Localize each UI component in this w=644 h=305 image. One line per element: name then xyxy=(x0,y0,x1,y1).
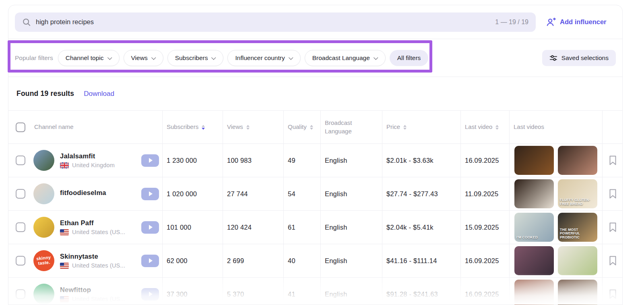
header-label: Last video xyxy=(465,123,492,131)
channel-name[interactable]: Ethan Paff xyxy=(60,219,136,227)
sort-icon-views[interactable] xyxy=(246,125,250,130)
video-thumb[interactable] xyxy=(514,280,554,305)
sliders-icon xyxy=(549,54,557,62)
all-filters-button[interactable]: All filters xyxy=(390,50,429,66)
video-thumb[interactable] xyxy=(558,146,597,175)
video-thumb[interactable] xyxy=(514,146,554,175)
avatar xyxy=(33,217,54,238)
us-flag-icon xyxy=(60,296,69,302)
channel-cell[interactable]: Newfittop United States (US... xyxy=(33,278,162,305)
row-checkbox[interactable] xyxy=(16,189,25,199)
search-row: 1 — 19 / 19 Add influencer xyxy=(8,5,622,39)
row-checkbox[interactable] xyxy=(16,222,25,232)
price-cell: $2.04k - $5.41k xyxy=(382,211,460,244)
row-checkbox[interactable] xyxy=(16,256,25,266)
channel-cell[interactable]: skinny taste. Skinnytaste United States … xyxy=(33,244,162,277)
channel-cell[interactable]: Jalalsamfit United Kingdom xyxy=(33,144,162,177)
subscribers-cell: 62 000 xyxy=(162,244,223,277)
filter-broadcast-language[interactable]: Broadcast Language xyxy=(305,50,386,66)
header-quality[interactable]: Quality xyxy=(283,111,320,143)
youtube-play-button[interactable] xyxy=(141,188,159,200)
download-link[interactable]: Download xyxy=(84,90,114,98)
subscribers-cell: 1 020 000 xyxy=(162,177,223,210)
video-thumb[interactable] xyxy=(514,246,554,275)
subscribers-cell: 101 000 xyxy=(162,211,223,244)
sort-icon-quality[interactable] xyxy=(310,125,313,130)
video-thumb[interactable] xyxy=(558,280,597,305)
last-video-cell: 11.09.2025 xyxy=(460,177,509,210)
sort-icon-subscribers[interactable] xyxy=(202,125,205,130)
video-thumb[interactable]: The Most Powerful Probiotic xyxy=(558,213,597,242)
language-cell: English xyxy=(320,278,382,305)
views-cell: 120 424 xyxy=(223,211,283,244)
row-checkbox[interactable] xyxy=(16,156,25,165)
video-thumb[interactable]: Fluffy gluten-free bread xyxy=(558,179,597,208)
header-bookmark-cell xyxy=(602,111,623,143)
uk-flag-icon xyxy=(60,162,69,168)
header-label: Channel name xyxy=(34,123,74,131)
results-bar: Found 19 results Download xyxy=(8,77,622,110)
select-all-checkbox[interactable] xyxy=(16,122,25,132)
bookmark-icon[interactable] xyxy=(609,289,617,299)
channel-name[interactable]: fitfoodieselma xyxy=(60,189,136,197)
all-filters-label: All filters xyxy=(397,54,421,62)
filter-label: Channel topic xyxy=(66,54,104,62)
header-channel-name[interactable]: Channel name xyxy=(33,111,162,143)
youtube-play-button[interactable] xyxy=(141,221,159,234)
video-thumb[interactable] xyxy=(514,179,554,208)
header-subscribers[interactable]: Subscribers xyxy=(162,111,223,143)
last-videos-cell xyxy=(509,278,602,305)
header-views[interactable]: Views xyxy=(223,111,283,143)
country-label: United Kingdom xyxy=(72,162,115,168)
views-cell: 100 983 xyxy=(223,144,283,177)
video-thumb[interactable]: I'm cooked xyxy=(514,213,554,242)
filter-subscribers[interactable]: Subscribers xyxy=(167,50,224,66)
filter-influencer-country[interactable]: Influencer country xyxy=(227,50,300,66)
avatar xyxy=(33,183,54,204)
header-last-videos: Last videos xyxy=(509,111,602,143)
search-box[interactable]: 1 — 19 / 19 xyxy=(15,12,536,32)
last-videos-cell: Fluffy gluten-free bread xyxy=(509,177,602,210)
bookmark-icon[interactable] xyxy=(609,189,617,199)
channel-name[interactable]: Jalalsamfit xyxy=(60,152,136,160)
filter-views[interactable]: Views xyxy=(124,50,163,66)
results-summary: Found 19 results xyxy=(17,89,74,98)
header-price[interactable]: Price xyxy=(382,111,460,143)
add-influencer-button[interactable]: Add influencer xyxy=(545,18,607,27)
youtube-play-button[interactable] xyxy=(141,154,159,167)
sort-icon-last-video[interactable] xyxy=(495,125,499,130)
play-icon xyxy=(149,191,153,196)
last-video-cell: 16.09.2025 xyxy=(460,244,509,277)
row-checkbox-cell xyxy=(8,177,33,210)
language-cell: English xyxy=(320,144,382,177)
filter-channel-topic[interactable]: Channel topic xyxy=(58,50,120,66)
filter-label: Influencer country xyxy=(235,54,285,62)
channel-name[interactable]: Skinnytaste xyxy=(60,253,136,260)
bookmark-icon[interactable] xyxy=(609,222,617,232)
saved-selections-button[interactable]: Saved selections xyxy=(542,50,616,66)
filter-label: Broadcast Language xyxy=(312,54,370,62)
youtube-play-button[interactable] xyxy=(141,288,159,301)
bookmark-icon[interactable] xyxy=(609,156,617,165)
chevron-down-icon xyxy=(289,57,293,59)
channel-cell[interactable]: Ethan Paff United States (US... xyxy=(33,211,162,244)
country-row: United States (US... xyxy=(60,229,136,235)
header-broadcast-language: Broadcast Language xyxy=(320,111,369,143)
country-row: United States (US... xyxy=(60,262,136,269)
language-cell: English xyxy=(320,244,382,277)
results-card: 1 — 19 / 19 Add influencer Popular filte… xyxy=(8,5,623,305)
channel-cell[interactable]: fitfoodieselma xyxy=(33,177,162,210)
bookmark-icon[interactable] xyxy=(609,256,617,266)
avatar xyxy=(33,150,54,171)
video-thumb[interactable] xyxy=(558,246,597,275)
chevron-down-icon xyxy=(212,57,216,59)
sort-icon-price[interactable] xyxy=(403,125,407,130)
channel-info: fitfoodieselma xyxy=(60,189,136,199)
row-checkbox[interactable] xyxy=(16,289,25,299)
search-input[interactable] xyxy=(36,18,490,26)
channel-name[interactable]: Newfittop xyxy=(60,286,136,294)
add-influencer-label: Add influencer xyxy=(560,18,607,26)
play-icon xyxy=(149,225,153,230)
header-last-video[interactable]: Last video xyxy=(460,111,509,143)
youtube-play-button[interactable] xyxy=(141,255,159,267)
